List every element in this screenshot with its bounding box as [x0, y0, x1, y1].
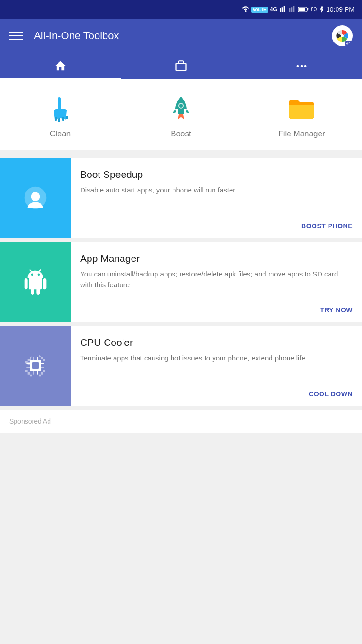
file-manager-icon-container	[287, 93, 317, 124]
tab-tools[interactable]	[121, 53, 241, 79]
battery-icon	[298, 6, 309, 13]
sponsored-label: Sponsored Ad	[9, 418, 51, 425]
app-manager-title-area: App Manager You can uninstall/backup app…	[80, 253, 353, 290]
svg-point-18	[38, 274, 40, 276]
cpu-cooler-icon-col	[0, 326, 71, 406]
ad-icon[interactable]: AD	[332, 25, 353, 46]
status-time: 10:09 PM	[326, 6, 354, 13]
svg-rect-9	[55, 117, 57, 121]
app-manager-icon-col	[0, 242, 71, 322]
clean-icon	[45, 93, 75, 124]
clean-label: Clean	[50, 129, 71, 139]
home-icon	[54, 59, 67, 73]
svg-rect-10	[58, 118, 60, 122]
boost-icon	[166, 93, 196, 124]
boost-phone-button[interactable]: BOOST PHONE	[301, 222, 353, 230]
more-icon	[295, 59, 308, 73]
boost-label: Boost	[171, 129, 191, 139]
boot-speedup-icon-col	[0, 158, 71, 238]
svg-point-4	[341, 34, 344, 37]
svg-point-5	[297, 65, 299, 67]
svg-rect-2	[299, 8, 305, 11]
svg-rect-12	[66, 116, 68, 119]
clean-icon-container	[45, 93, 75, 124]
cool-down-button[interactable]: COOL DOWN	[309, 390, 353, 398]
app-title: All-In-One Toolbox	[34, 30, 321, 42]
file-manager-label: File Manager	[278, 129, 325, 139]
status-icons: VoLTE 4G 80	[241, 5, 324, 14]
4g-badge: 4G	[270, 6, 278, 13]
svg-point-0	[244, 10, 246, 12]
app-header: All-In-One Toolbox AD	[0, 19, 362, 53]
card-cpu-cooler: CPU Cooler Terminate apps that causing h…	[0, 326, 362, 406]
try-now-button[interactable]: TRY NOW	[320, 306, 353, 314]
svg-rect-3	[307, 8, 308, 10]
svg-point-7	[304, 65, 307, 67]
menu-button[interactable]	[9, 32, 23, 40]
signal-r-icon	[289, 6, 296, 13]
svg-rect-11	[62, 117, 64, 121]
cpu-cooler-title-area: CPU Cooler Terminate apps that causing h…	[80, 337, 353, 364]
boot-speedup-title: Boot Speedup	[80, 169, 353, 180]
app-manager-desc: You can uninstall/backup apps; restore/d…	[80, 269, 353, 290]
quick-actions: Clean Boost File Manager	[0, 79, 362, 150]
svg-point-16	[31, 192, 40, 201]
boot-speedup-icon	[22, 184, 49, 211]
volte-badge: VoLTE	[251, 7, 268, 13]
boot-speedup-content: Boot Speedup Disable auto start apps, yo…	[71, 158, 362, 238]
wifi-calling-icon	[241, 5, 249, 14]
app-manager-title: App Manager	[80, 253, 353, 264]
tab-more[interactable]	[241, 53, 362, 79]
boost-icon-container	[166, 93, 196, 124]
nav-tabs	[0, 53, 362, 79]
action-clean[interactable]: Clean	[18, 93, 103, 139]
ad-label: AD	[345, 41, 353, 46]
charging-icon	[319, 6, 323, 13]
boot-speedup-title-area: Boot Speedup Disable auto start apps, yo…	[80, 169, 353, 196]
svg-rect-20	[32, 362, 39, 369]
folder-icon	[287, 93, 317, 124]
svg-rect-8	[58, 97, 61, 110]
app-manager-action: TRY NOW	[80, 306, 353, 314]
battery-percent: 80	[311, 6, 317, 13]
card-boot-speedup: Boot Speedup Disable auto start apps, yo…	[0, 158, 362, 238]
signal-icon	[280, 6, 287, 13]
boot-speedup-desc: Disable auto start apps, your phone will…	[80, 185, 353, 196]
cpu-cooler-icon	[22, 352, 49, 379]
app-manager-content: App Manager You can uninstall/backup app…	[71, 242, 362, 322]
svg-point-14	[179, 104, 183, 108]
action-boost[interactable]: Boost	[139, 93, 223, 139]
tab-home[interactable]	[0, 53, 121, 79]
svg-point-6	[301, 65, 303, 67]
cpu-cooler-title: CPU Cooler	[80, 337, 353, 348]
cpu-cooler-desc: Terminate apps that causing hot issues t…	[80, 353, 353, 364]
svg-point-17	[31, 274, 33, 276]
cpu-cooler-content: CPU Cooler Terminate apps that causing h…	[71, 326, 362, 406]
cards-section: Boot Speedup Disable auto start apps, yo…	[0, 150, 362, 441]
action-file-manager[interactable]: File Manager	[259, 93, 344, 139]
cpu-cooler-action: COOL DOWN	[80, 390, 353, 398]
sponsored-ad: Sponsored Ad	[0, 410, 362, 433]
briefcase-icon	[174, 59, 188, 73]
boot-speedup-action: BOOST PHONE	[80, 222, 353, 230]
app-manager-icon	[22, 268, 49, 295]
status-bar: VoLTE 4G 80 10:09 PM	[0, 0, 362, 19]
card-app-manager: App Manager You can uninstall/backup app…	[0, 242, 362, 322]
